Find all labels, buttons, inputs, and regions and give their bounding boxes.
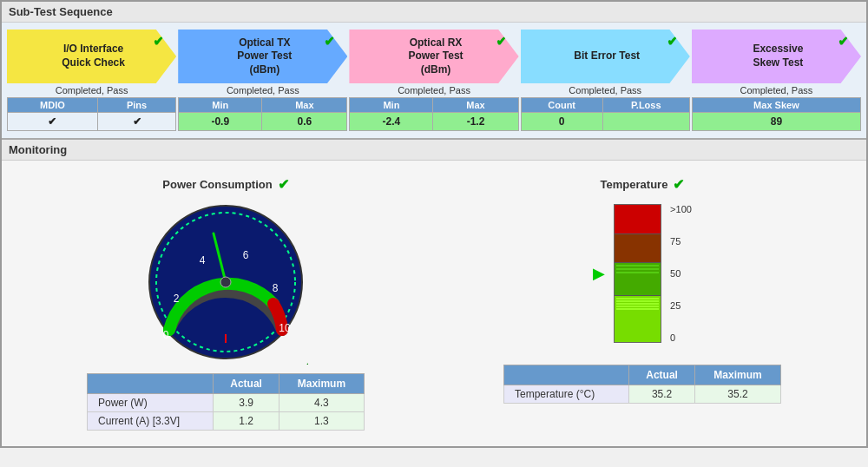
power-row-watts: Power (W) 3.9 4.3 bbox=[88, 394, 365, 412]
io-val-mdio: ✔ bbox=[8, 113, 98, 131]
power-col-label bbox=[88, 374, 214, 394]
temp-title: Temperature ✔ bbox=[601, 176, 685, 193]
gauge-label-4: 4 bbox=[200, 254, 206, 266]
temp-panel: Temperature ✔ ▶ bbox=[451, 176, 833, 431]
gauge-label-6: 6 bbox=[243, 249, 249, 261]
power-label-current: Current (A) [3.3V] bbox=[88, 412, 214, 431]
temp-seg-medgreen bbox=[615, 263, 661, 296]
power-row-current: Current (A) [3.3V] 1.2 1.3 bbox=[88, 412, 365, 431]
tx-val-min: -0.9 bbox=[179, 113, 262, 131]
rx-arrow-label: Optical RXPower Test(dBm) bbox=[408, 36, 463, 77]
temp-row-celsius: Temperature (°C) 35.2 35.2 bbox=[504, 385, 781, 404]
subtest-io-interface: I/O InterfaceQuick Check ✔ Completed, Pa… bbox=[7, 30, 176, 131]
power-stats-table: Actual Maximum Power (W) 3.9 4.3 Current… bbox=[87, 373, 365, 431]
skew-status: Completed, Pass bbox=[740, 85, 813, 95]
main-container: Sub-Test Sequence I/O InterfaceQuick Che… bbox=[0, 0, 868, 448]
temp-title-label: Temperature bbox=[601, 178, 668, 191]
skew-arrow-label: ExcessiveSkew Test bbox=[753, 43, 803, 69]
monitoring-header-label: Monitoring bbox=[9, 143, 67, 156]
temp-scale-100: >100 bbox=[670, 204, 692, 214]
gauge-svg: 0 2 4 6 8 10 bbox=[143, 200, 308, 365]
be-status: Completed, Pass bbox=[569, 85, 641, 95]
monitoring-section: Power Consumption ✔ bbox=[2, 161, 866, 446]
temp-scale-75: 75 bbox=[670, 236, 692, 247]
subtest-optical-tx: Optical TXPower Test(dBm) ✔ Completed, P… bbox=[178, 30, 347, 131]
temp-bar bbox=[614, 204, 661, 343]
io-col-pins: Pins bbox=[97, 98, 175, 113]
rx-check-badge: ✔ bbox=[496, 33, 507, 49]
io-status: Completed, Pass bbox=[56, 85, 128, 95]
temp-check: ✔ bbox=[673, 176, 684, 193]
power-title: Power Consumption ✔ bbox=[162, 176, 288, 193]
temp-scale-0: 0 bbox=[670, 332, 692, 343]
be-val-ploss bbox=[602, 113, 689, 131]
temp-col-label bbox=[504, 365, 629, 385]
temp-col-actual: Actual bbox=[629, 365, 695, 385]
skew-col-maxskew: Max Skew bbox=[692, 98, 860, 113]
skew-val-maxskew: 89 bbox=[692, 113, 860, 131]
be-check-badge: ✔ bbox=[667, 33, 678, 49]
rx-table: Min Max -2.4 -1.2 bbox=[349, 97, 518, 131]
temp-seg-brightgreen bbox=[615, 296, 661, 342]
rx-val-min: -2.4 bbox=[350, 113, 433, 131]
power-actual-current: 1.2 bbox=[214, 412, 279, 431]
rx-col-max: Max bbox=[433, 98, 518, 113]
gauge-label-10: 10 bbox=[279, 322, 291, 334]
temp-stats-table: Actual Maximum Temperature (°C) 35.2 35.… bbox=[503, 365, 781, 404]
gauge-container: 0 2 4 6 8 10 bbox=[143, 200, 308, 365]
monitoring-header: Monitoring bbox=[2, 140, 866, 161]
tx-val-max: 0.6 bbox=[262, 113, 347, 131]
rx-col-min: Min bbox=[350, 98, 433, 113]
be-val-count: 0 bbox=[521, 113, 602, 131]
power-actual-watts: 3.9 bbox=[214, 394, 279, 412]
temp-seg-red bbox=[615, 205, 661, 234]
io-col-mdio: MDIO bbox=[8, 98, 98, 113]
io-table: MDIO Pins ✔ ✔ bbox=[7, 97, 176, 131]
tx-col-min: Min bbox=[179, 98, 262, 113]
temp-arrow-indicator: ▶ bbox=[593, 264, 605, 283]
power-max-current: 1.3 bbox=[279, 412, 364, 431]
temp-label-celsius: Temperature (°C) bbox=[504, 385, 629, 404]
io-arrow-label: I/O InterfaceQuick Check bbox=[62, 43, 125, 69]
temp-scale-labels: >100 75 50 25 0 bbox=[670, 204, 692, 343]
temp-seg-orange bbox=[615, 234, 661, 264]
subtest-optical-rx: Optical RXPower Test(dBm) ✔ Completed, P… bbox=[349, 30, 518, 131]
subtest-header: Sub-Test Sequence bbox=[2, 2, 866, 23]
subtest-section: I/O InterfaceQuick Check ✔ Completed, Pa… bbox=[2, 23, 866, 140]
gauge-label-0: 0 bbox=[163, 329, 169, 341]
temp-col-maximum: Maximum bbox=[695, 365, 781, 385]
be-arrow-label: Bit Error Test bbox=[574, 49, 640, 63]
io-val-pins: ✔ bbox=[97, 113, 175, 131]
tx-col-max: Max bbox=[262, 98, 347, 113]
temp-scale-50: 50 bbox=[670, 268, 692, 279]
svg-point-2 bbox=[220, 277, 231, 287]
tx-arrow-label: Optical TXPower Test(dBm) bbox=[237, 36, 292, 77]
monitoring-panels: Power Consumption ✔ bbox=[9, 168, 859, 439]
tx-status: Completed, Pass bbox=[227, 85, 299, 95]
gauge-label-2: 2 bbox=[174, 293, 180, 305]
rx-val-max: -1.2 bbox=[433, 113, 518, 131]
power-col-maximum: Maximum bbox=[279, 374, 364, 394]
power-col-actual: Actual bbox=[214, 374, 279, 394]
io-check-badge: ✔ bbox=[153, 33, 164, 49]
be-col-ploss: P.Loss bbox=[602, 98, 689, 113]
subtest-header-label: Sub-Test Sequence bbox=[9, 5, 113, 18]
power-panel: Power Consumption ✔ bbox=[35, 176, 417, 431]
tx-check-badge: ✔ bbox=[324, 33, 335, 49]
power-title-label: Power Consumption bbox=[162, 178, 272, 191]
power-check: ✔ bbox=[278, 176, 289, 193]
tx-table: Min Max -0.9 0.6 bbox=[178, 97, 347, 131]
temp-max-celsius: 35.2 bbox=[695, 385, 781, 404]
rx-status: Completed, Pass bbox=[398, 85, 470, 95]
skew-table: Max Skew 89 bbox=[692, 97, 861, 131]
power-label-watts: Power (W) bbox=[88, 394, 214, 412]
gauge-label-8: 8 bbox=[273, 282, 279, 294]
temp-bar-container: ▶ bbox=[593, 200, 692, 347]
power-max-watts: 4.3 bbox=[279, 394, 364, 412]
temp-scale-25: 25 bbox=[670, 300, 692, 311]
skew-check-badge: ✔ bbox=[838, 33, 849, 49]
temp-actual-celsius: 35.2 bbox=[629, 385, 695, 404]
subtest-excessive-skew: ExcessiveSkew Test ✔ Completed, Pass Max… bbox=[692, 30, 861, 131]
be-table: Count P.Loss 0 bbox=[521, 97, 690, 131]
be-col-count: Count bbox=[521, 98, 602, 113]
